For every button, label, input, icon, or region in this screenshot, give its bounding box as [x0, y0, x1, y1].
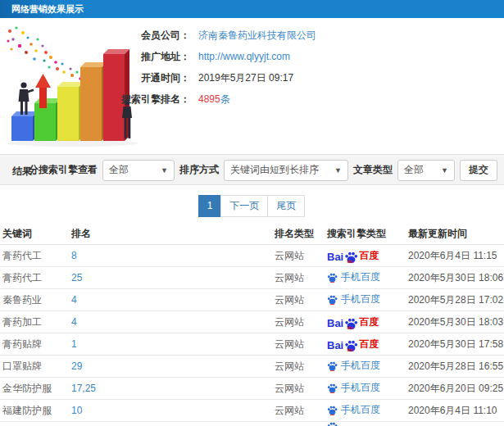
mobile-baidu-link[interactable]: 手机百度	[327, 292, 380, 306]
page-title: 网络营销效果展示	[11, 4, 84, 14]
filter-controls: 分搜索引擎查看 全部 ▼ 排序方式 关键词由短到长排序 ▼ 文章类型 全部 ▼ …	[29, 159, 497, 181]
baidu-logo-bai-text: Bai	[327, 251, 343, 263]
engine-view-select[interactable]: 全部 ▼	[102, 160, 175, 181]
mobile-baidu-label: 手机百度	[341, 381, 380, 395]
rank-type-cell: 云网站	[275, 249, 324, 263]
header-engine-type: 搜索引擎类型	[324, 227, 402, 241]
keyword-cell: 福建防护服	[0, 404, 70, 418]
next-page-button[interactable]: 下一页	[220, 195, 268, 217]
table-row: 口罩贴牌 29 云网站 Bai du 百度	[0, 356, 504, 378]
article-type-selected: 全部	[404, 163, 424, 177]
baidu-logo[interactable]: Bai du 百度	[327, 249, 379, 263]
mobile-baidu-paw-icon	[327, 295, 338, 305]
table-row: 膏药代工 8 云网站 Bai du 百度	[0, 245, 504, 267]
sort-label: 排序方式	[179, 163, 219, 177]
rank-count-suffix: 条	[220, 93, 230, 106]
title-bar: 网络营销效果展示	[0, 0, 504, 18]
keyword-cell: 膏药代工	[0, 271, 70, 285]
info-row-url: 推广地址： http://www.qlyyjt.com	[0, 46, 504, 67]
baidu-logo-cn-text: 百度	[359, 315, 379, 329]
engine-view-label: 分搜索引擎查看	[29, 163, 98, 177]
baidu-logo-bai-text: Bai	[327, 317, 343, 329]
mobile-baidu-link[interactable]: 手机百度	[327, 381, 380, 395]
info-row-company: 会员公司： 济南秦鲁药业科技有限公司	[0, 25, 504, 46]
mobile-baidu-paw-icon	[327, 383, 338, 393]
pagination: 1 下一页 尾页	[0, 195, 504, 217]
rank-count-value: 4895	[190, 93, 220, 105]
rank-link[interactable]: 8	[70, 250, 275, 261]
mobile-baidu-label: 手机百度	[341, 403, 380, 417]
keyword-cell: 秦鲁药业	[0, 293, 70, 307]
updated-cell: 2020年5月28日 17:02	[402, 293, 504, 307]
rank-link[interactable]: 1	[70, 338, 275, 350]
rank-type-cell: 云网站	[275, 315, 324, 329]
mobile-baidu-link[interactable]: 手机百度	[327, 270, 380, 284]
mobile-baidu-label: 手机百度	[341, 359, 380, 373]
engine-cell: Bai du 百度 手机百度	[324, 249, 402, 263]
baidu-logo[interactable]: Bai du 百度	[327, 338, 379, 351]
table-row: 膏药代工 25 云网站 Bai du 百度	[0, 267, 504, 289]
baidu-logo[interactable]: Bai du 百度	[327, 315, 379, 329]
promo-url-link[interactable]: http://www.qlyyjt.com	[190, 51, 290, 62]
page-1-button[interactable]: 1	[198, 195, 222, 217]
rank-link[interactable]: 4	[70, 294, 275, 306]
baidu-paw-icon: du	[344, 340, 358, 351]
page: 网络营销效果展示	[0, 0, 504, 426]
table-body: 膏药代工 8 云网站 Bai du 百度	[0, 245, 504, 422]
engine-cell: Bai du 百度 手机百度	[324, 315, 402, 329]
mobile-baidu-label: 手机百度	[341, 292, 380, 306]
baidu-logo-bai-text: Bai	[327, 339, 343, 351]
mobile-baidu-link[interactable]: 手机百度	[327, 403, 380, 417]
header-updated: 最新更新时间	[402, 227, 504, 241]
promo-url-label: 推广地址：	[0, 50, 190, 64]
table-row: 福建防护服 10 云网站 Bai du 百度	[0, 400, 504, 422]
engine-cell: Bai du 百度 手机百度	[324, 270, 402, 285]
rank-link[interactable]: 29	[70, 360, 275, 372]
article-type-label: 文章类型	[353, 163, 393, 177]
mobile-baidu-label: 手机百度	[341, 270, 380, 284]
partial-next-row	[0, 422, 504, 426]
bar-blue	[11, 111, 38, 141]
engine-view-selected: 全部	[109, 163, 129, 177]
sort-select[interactable]: 关键词由短到长排序 ▼	[224, 160, 348, 181]
rank-link[interactable]: 4	[70, 316, 275, 328]
last-page-button[interactable]: 尾页	[267, 195, 305, 217]
mobile-baidu-paw-icon	[327, 273, 338, 283]
updated-cell: 2020年5月30日 17:58	[402, 338, 504, 351]
table-row: 膏药贴牌 1 云网站 Bai du 百度	[0, 333, 504, 356]
updated-cell: 2020年6月20日 09:25	[402, 382, 504, 396]
keyword-cell: 口罩贴牌	[0, 360, 70, 374]
rank-type-cell: 云网站	[275, 271, 324, 285]
updated-cell: 2020年5月30日 18:06	[402, 271, 504, 285]
company-info: 会员公司： 济南秦鲁药业科技有限公司 推广地址： http://www.qlyy…	[0, 25, 504, 110]
keyword-cell: 金华防护服	[0, 382, 70, 396]
rank-link[interactable]: 25	[70, 272, 275, 283]
rank-type-cell: 云网站	[275, 360, 324, 374]
company-link[interactable]: 济南秦鲁药业科技有限公司	[190, 29, 316, 43]
updated-cell: 2020年6月4日 11:15	[402, 249, 504, 263]
header-keyword: 关键词	[0, 227, 70, 241]
header-rank: 排名	[70, 227, 275, 241]
submit-button[interactable]: 提交	[460, 160, 497, 181]
engine-cell: Bai du 百度 手机百度	[324, 403, 402, 418]
table-row: 金华防护服 17,25 云网站 Bai du 百度	[0, 378, 504, 400]
keyword-cell: 膏药代工	[0, 249, 70, 263]
updated-cell: 2020年5月28日 16:55	[402, 360, 504, 374]
mobile-baidu-paw-icon	[327, 361, 338, 371]
rank-link[interactable]: 10	[70, 405, 275, 416]
chevron-down-icon: ▼	[334, 166, 342, 174]
chevron-down-icon: ▼	[441, 166, 448, 174]
table-row: 秦鲁药业 4 云网站 Bai du 百度	[0, 289, 504, 311]
engine-cell: Bai du 百度 手机百度	[324, 338, 402, 351]
mobile-baidu-paw-icon	[327, 422, 338, 426]
rank-type-cell: 云网站	[275, 382, 324, 396]
rank-link[interactable]: 17,25	[70, 383, 275, 394]
article-type-select[interactable]: 全部 ▼	[397, 160, 455, 181]
baidu-paw-icon: du	[344, 318, 358, 329]
rank-type-cell: 云网站	[275, 338, 324, 351]
mobile-baidu-paw-icon	[327, 406, 338, 415]
mobile-baidu-link[interactable]: 手机百度	[327, 359, 380, 373]
engine-cell: Bai du 百度 手机百度	[324, 381, 402, 396]
engine-cell: Bai du 百度 手机百度	[324, 359, 402, 374]
company-label: 会员公司：	[0, 29, 190, 43]
